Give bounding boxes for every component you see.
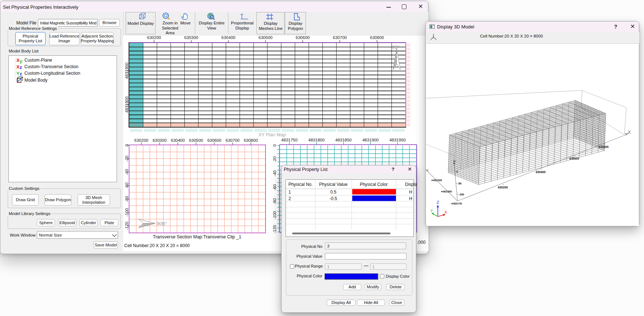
svg-text:1: 1 (288, 190, 291, 195)
svg-text:-20: -20 (125, 156, 129, 162)
svg-text:-100: -100 (272, 211, 277, 219)
svg-text:◄4831700: ◄4831700 (451, 202, 462, 205)
svg-text:H: H (409, 196, 412, 201)
svg-text:-100: -100 (459, 193, 464, 196)
svg-text:4831800: 4831800 (308, 138, 325, 142)
svg-text:4831900: 4831900 (125, 63, 129, 79)
svg-text:0.5: 0.5 (330, 190, 337, 195)
svg-text:-40: -40 (272, 170, 277, 176)
svg-text:630600: 630600 (569, 157, 579, 160)
svg-text:-120: -120 (125, 222, 129, 230)
svg-text:H: H (409, 190, 412, 195)
svg-text:630600: 630600 (207, 138, 221, 143)
svg-text:-0.5: -0.5 (330, 196, 337, 201)
svg-text:Physical No.: Physical No. (288, 182, 313, 187)
svg-text:630600: 630600 (296, 35, 310, 40)
svg-text:0: 0 (272, 144, 277, 147)
svg-text:630400: 630400 (171, 138, 185, 143)
svg-text:4831800: 4831800 (125, 97, 129, 113)
svg-text:XY Plan Map: XY Plan Map (258, 132, 286, 137)
svg-text:630200: 630200 (134, 138, 148, 143)
svg-text:-50: -50 (458, 182, 462, 185)
svg-text:-80: -80 (125, 196, 129, 202)
svg-text:4831750: 4831750 (281, 138, 298, 142)
svg-text:◄4831900: ◄4831900 (431, 179, 442, 182)
svg-text:630800: 630800 (370, 35, 384, 40)
svg-text:Displa: Displa (405, 182, 417, 187)
svg-text:X: X (444, 210, 447, 214)
svg-text:630700: 630700 (333, 35, 347, 40)
svg-text:-60: -60 (272, 184, 277, 191)
svg-text:630500: 630500 (259, 35, 272, 40)
svg-text:-20: -20 (272, 156, 277, 163)
svg-text:Physical Value: Physical Value (319, 182, 347, 187)
svg-text:Z: Z (453, 160, 456, 165)
svg-text:Transverse Section Map:Transve: Transverse Section Map:Transverse Clip _… (153, 234, 242, 239)
svg-text:4831850: 4831850 (335, 138, 352, 142)
svg-text:630500: 630500 (189, 138, 203, 143)
svg-text:-40: -40 (125, 169, 129, 175)
svg-text:-100: -100 (125, 208, 129, 216)
svg-text:y: y (431, 208, 433, 212)
svg-text:630800: 630800 (244, 138, 258, 143)
svg-text:0: 0 (125, 144, 129, 146)
svg-text:0B°: 0B° (392, 44, 400, 50)
svg-text:630300: 630300 (153, 138, 166, 143)
svg-text:-80: -80 (272, 198, 277, 204)
svg-text:630300: 630300 (184, 35, 198, 40)
svg-text:4831900: 4831900 (362, 138, 379, 142)
svg-text:4831950: 4831950 (389, 138, 406, 142)
svg-text:630200: 630200 (498, 186, 508, 189)
svg-text:2: 2 (288, 196, 291, 201)
svg-text:630700: 630700 (225, 138, 239, 143)
svg-text:630400: 630400 (221, 35, 235, 40)
svg-text:Physical Color: Physical Color (360, 182, 388, 187)
svg-text:630400: 630400 (536, 170, 546, 174)
svg-text:Z: Z (437, 200, 439, 204)
svg-text:630200: 630200 (147, 35, 161, 40)
svg-text:-120: -120 (272, 225, 277, 233)
svg-text:X: X (628, 130, 631, 135)
svg-text:90B°: 90B° (157, 221, 167, 226)
svg-text:-60: -60 (125, 183, 129, 189)
svg-text:◄4831800: ◄4831800 (441, 190, 452, 193)
